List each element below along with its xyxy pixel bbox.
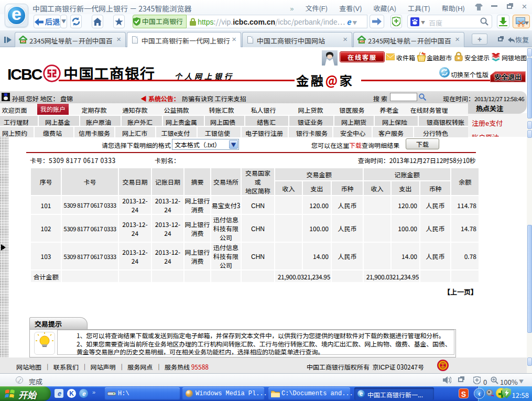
svg-text:2345: 2345 — [20, 39, 26, 43]
svg-text:2345: 2345 — [359, 39, 364, 43]
